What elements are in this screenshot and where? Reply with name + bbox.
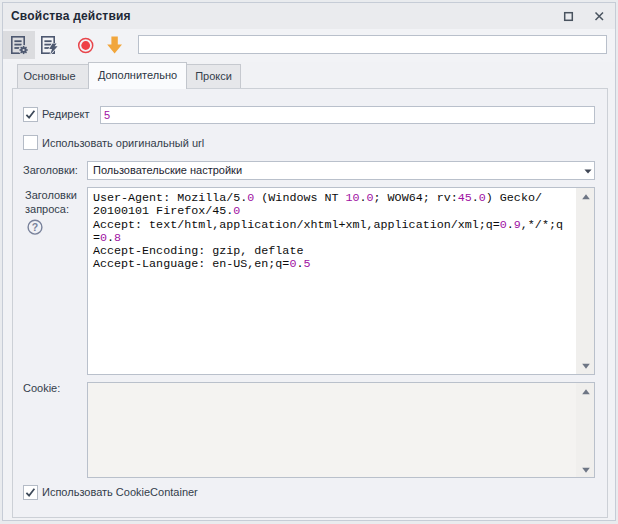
svg-text:?: ? xyxy=(32,221,38,233)
